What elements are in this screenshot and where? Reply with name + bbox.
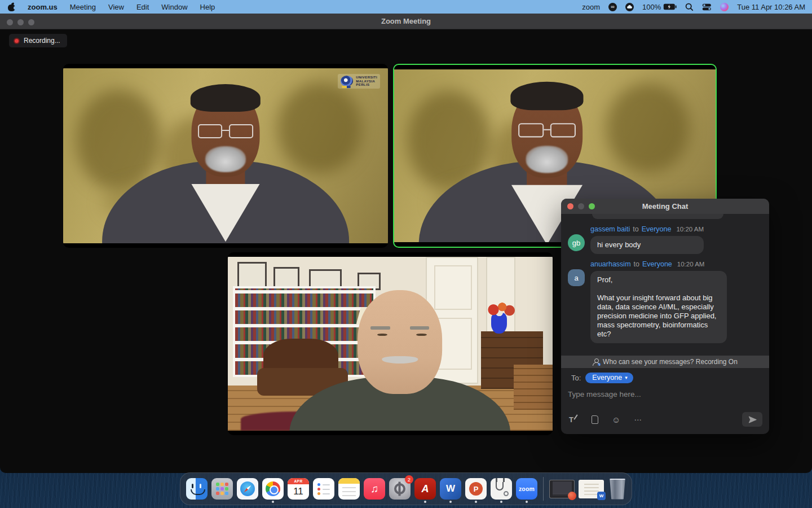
notification-badge: 2 — [405, 475, 413, 484]
dock-divider — [543, 477, 544, 501]
minimize-window-button[interactable] — [17, 19, 24, 25]
menu-bar: zoom.us Meeting View Edit Window Help zo… — [0, 0, 812, 14]
word-icon[interactable]: W — [440, 478, 461, 500]
stethoscope-app-icon[interactable] — [491, 478, 512, 500]
record-dot-icon — [14, 38, 20, 44]
safari-icon[interactable] — [237, 478, 258, 500]
video-background — [228, 257, 553, 431]
acrobat-badge-icon — [568, 492, 576, 500]
message-bubble: Prof, What your insight forward about bi… — [590, 271, 727, 343]
cloud-status-icon[interactable] — [625, 3, 634, 11]
calendar-day: 11 — [288, 484, 309, 500]
send-icon — [748, 416, 757, 423]
siri-icon[interactable] — [720, 3, 729, 11]
sender-name[interactable]: anuarhassim — [590, 260, 631, 268]
music-icon[interactable]: ♫ — [364, 478, 385, 500]
menu-window[interactable]: Window — [161, 3, 187, 11]
control-center-icon[interactable] — [702, 3, 712, 11]
attach-file-icon[interactable] — [592, 415, 598, 424]
privacy-notice-bar[interactable]: Who can see your messages? Recording On — [561, 356, 769, 368]
chat-titlebar[interactable]: Meeting Chat — [561, 199, 769, 214]
sender-name[interactable]: gassem baiti — [590, 225, 630, 233]
emoji-icon[interactable]: ☺ — [612, 415, 620, 424]
minimized-window-pdf[interactable] — [549, 480, 575, 498]
zoom-app-icon[interactable]: zoom — [516, 478, 537, 500]
dock: APR 11 ♫ 2 A W P zoom W — [180, 472, 632, 505]
minimized-window-doc[interactable]: W — [579, 480, 604, 498]
window-title: Zoom Meeting — [381, 17, 431, 25]
menu-edit[interactable]: Edit — [136, 3, 149, 11]
menu-view[interactable]: View — [108, 3, 124, 11]
status-zoom-label[interactable]: zoom — [582, 3, 600, 11]
zoom-app-label: zoom — [519, 485, 535, 492]
menu-clock[interactable]: Tue 11 Apr 10:26 AM — [737, 3, 805, 11]
powerpoint-icon[interactable]: P — [465, 478, 487, 500]
meeting-canvas: Recording... — [0, 29, 812, 473]
video-tile-speaker-3[interactable] — [228, 252, 553, 435]
chevron-down-icon: ▾ — [625, 375, 628, 380]
message-time: 10:20 AM — [677, 261, 705, 268]
window-titlebar[interactable]: Zoom Meeting — [0, 14, 812, 29]
partial-message-bubble — [592, 214, 723, 219]
creative-cloud-icon[interactable]: ∞ — [608, 3, 617, 11]
apple-menu-icon[interactable] — [8, 3, 15, 11]
video-tile-speaker-1[interactable]: UNIVERSITI MALAYSIA PERLIS — [63, 64, 388, 248]
zoom-meeting-window: Zoom Meeting Recording... — [0, 14, 812, 473]
recipient-selected: Everyone — [592, 374, 622, 382]
chat-close-button[interactable] — [567, 203, 573, 209]
chrome-icon[interactable] — [262, 478, 284, 500]
fullscreen-window-button[interactable] — [28, 19, 34, 25]
message-bubble: hi every body — [590, 236, 704, 254]
person-privacy-icon — [593, 358, 599, 365]
recipient-name[interactable]: Everyone — [642, 260, 672, 268]
chat-minimize-button[interactable] — [578, 203, 584, 209]
calendar-month: APR — [288, 478, 309, 484]
video-background: UNIVERSITI MALAYSIA PERLIS — [63, 68, 388, 243]
chat-message: a anuarhassim to Everyone 10:20 AM Prof,… — [568, 260, 762, 343]
to-label: To: — [571, 374, 581, 382]
chat-toolbar: T ☺ … — [569, 411, 762, 427]
acrobat-icon[interactable]: A — [414, 478, 436, 500]
battery-percent-label: 100% — [642, 3, 661, 11]
message-time: 10:20 AM — [676, 226, 704, 233]
gear-icon — [394, 483, 405, 494]
chat-message-input[interactable] — [568, 387, 762, 401]
menu-meeting[interactable]: Meeting — [70, 3, 96, 11]
trash-icon[interactable] — [609, 479, 626, 500]
reminders-icon[interactable] — [313, 478, 334, 500]
acrobat-letter: A — [422, 483, 429, 495]
launchpad-icon[interactable] — [211, 478, 233, 500]
format-text-icon[interactable]: T — [569, 415, 578, 424]
notes-icon[interactable] — [338, 478, 360, 500]
music-note-icon: ♫ — [370, 483, 378, 495]
close-window-button[interactable] — [7, 19, 13, 25]
battery-icon — [663, 3, 677, 10]
menu-help[interactable]: Help — [200, 3, 215, 11]
participant-silhouette — [63, 68, 388, 243]
calendar-icon[interactable]: APR 11 — [288, 478, 309, 500]
recording-label: Recording... — [24, 37, 60, 45]
send-button[interactable] — [742, 412, 762, 427]
spotlight-icon[interactable] — [685, 3, 694, 11]
to-word: to — [633, 225, 638, 233]
battery-status[interactable]: 100% — [642, 3, 677, 11]
finder-icon[interactable] — [186, 478, 208, 500]
recording-indicator[interactable]: Recording... — [9, 34, 67, 47]
participant-silhouette — [228, 257, 553, 431]
system-settings-icon[interactable]: 2 — [389, 478, 411, 500]
chat-message-list[interactable]: gb gassem baiti to Everyone 10:20 AM hi … — [561, 214, 769, 356]
chat-title: Meeting Chat — [642, 202, 689, 211]
avatar: a — [568, 269, 585, 286]
privacy-notice-text: Who can see your messages? Recording On — [603, 358, 738, 366]
chat-message: gb gassem baiti to Everyone 10:20 AM hi … — [568, 225, 762, 254]
recipient-name[interactable]: Everyone — [642, 225, 672, 233]
powerpoint-letter: P — [469, 482, 483, 496]
recipient-selector[interactable]: Everyone ▾ — [585, 373, 633, 383]
meeting-chat-window: Meeting Chat gb gassem baiti to Everyone… — [561, 199, 769, 434]
chat-fullscreen-button[interactable] — [589, 203, 595, 209]
menu-app-name[interactable]: zoom.us — [28, 3, 58, 11]
word-badge-icon: W — [597, 492, 606, 500]
more-options-icon[interactable]: … — [634, 413, 642, 422]
word-letter: W — [446, 483, 455, 494]
university-logo-icon — [341, 76, 353, 86]
